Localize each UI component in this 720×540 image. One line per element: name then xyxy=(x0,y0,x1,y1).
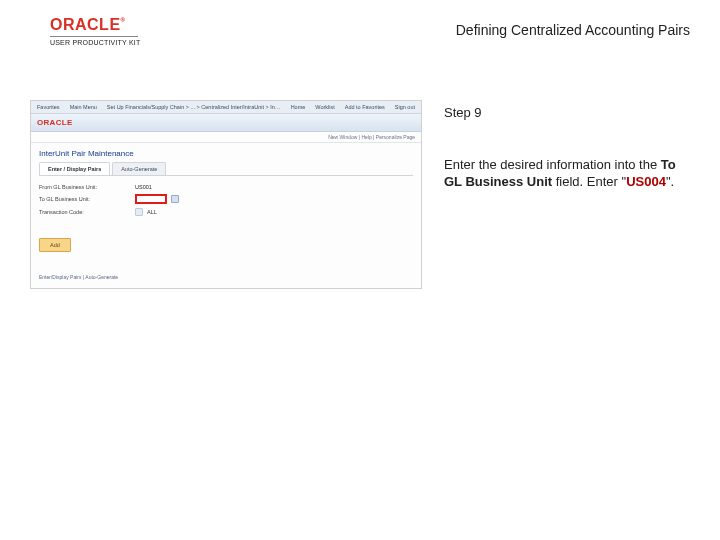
header: ORACLE® USER PRODUCTIVITY KIT Defining C… xyxy=(50,16,690,54)
brand-block: ORACLE® USER PRODUCTIVITY KIT xyxy=(50,16,140,46)
instr-value: US004 xyxy=(626,174,666,189)
txn-code-label: Transaction Code: xyxy=(39,209,131,215)
tab-auto-generate[interactable]: Auto-Generate xyxy=(112,162,166,175)
instr-pre: Enter the desired information into the xyxy=(444,157,661,172)
ss-menubar: Favorites Main Menu Set Up Financials/Su… xyxy=(31,101,421,114)
oracle-logo: ORACLE® xyxy=(50,16,140,34)
ss-helper-line: New Window | Help | Personalize Page xyxy=(31,132,421,143)
ss-breadcrumb: Set Up Financials/Supply Chain > ... > C… xyxy=(107,104,281,110)
add-button[interactable]: Add xyxy=(39,238,71,252)
ss-appbar: ORACLE xyxy=(31,114,421,132)
ss-oracle-logo: ORACLE xyxy=(37,118,73,127)
ss-page-title: InterUnit Pair Maintenance xyxy=(31,143,421,162)
ss-home-link[interactable]: Home xyxy=(291,104,306,110)
ss-fav[interactable]: Favorites xyxy=(37,104,60,110)
instr-mid: field. Enter xyxy=(552,174,621,189)
ss-row-from-bu: From GL Business Unit: US001 xyxy=(39,184,413,190)
lookup-icon[interactable] xyxy=(171,195,179,203)
ss-row-to-bu: To GL Business Unit: xyxy=(39,194,413,204)
page-title: Defining Centralized Accounting Pairs xyxy=(456,22,690,38)
step-label: Step 9 xyxy=(444,104,690,122)
to-bu-label: To GL Business Unit: xyxy=(39,196,131,202)
instruction-panel: Step 9 Enter the desired information int… xyxy=(444,100,690,289)
instruction-text: Enter the desired information into the T… xyxy=(444,156,690,191)
ss-signout-link[interactable]: Sign out xyxy=(395,104,415,110)
from-bu-value: US001 xyxy=(135,184,152,190)
ss-worklist-link[interactable]: Worklist xyxy=(315,104,334,110)
txn-code-value: ALL xyxy=(147,209,157,215)
product-kit-label: USER PRODUCTIVITY KIT xyxy=(50,39,140,46)
from-bu-label: From GL Business Unit: xyxy=(39,184,131,190)
to-bu-input[interactable] xyxy=(135,194,167,204)
logo-divider xyxy=(50,36,138,37)
embedded-screenshot: Favorites Main Menu Set Up Financials/Su… xyxy=(30,100,422,289)
content: Favorites Main Menu Set Up Financials/Su… xyxy=(30,100,690,289)
tab-enter-display-pairs[interactable]: Enter / Display Pairs xyxy=(39,162,110,175)
instr-end: . xyxy=(671,174,675,189)
ss-row-txn-code: Transaction Code: ALL xyxy=(39,208,413,216)
ss-addfav-link[interactable]: Add to Favorites xyxy=(345,104,385,110)
registered-icon: ® xyxy=(121,17,126,23)
ss-tabs: Enter / Display Pairs Auto-Generate xyxy=(31,162,421,175)
lookup-icon[interactable] xyxy=(135,208,143,216)
ss-footer-links: Enter/Display Pairs | Auto-Generate xyxy=(31,260,421,288)
ss-form: From GL Business Unit: US001 To GL Busin… xyxy=(31,176,421,228)
brand-name: ORACLE xyxy=(50,16,121,33)
ss-mainmenu[interactable]: Main Menu xyxy=(70,104,97,110)
